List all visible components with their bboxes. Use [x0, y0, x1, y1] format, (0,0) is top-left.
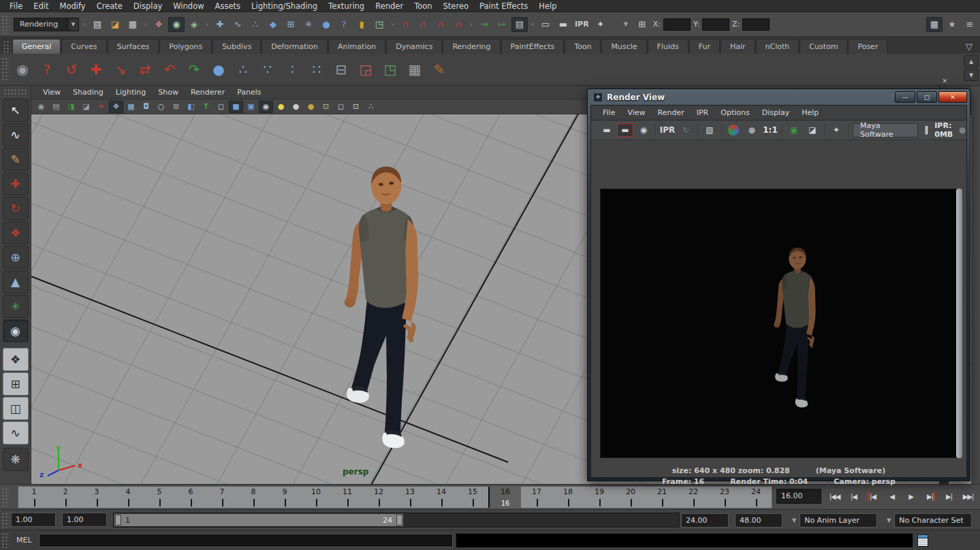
two-d-pan-zoom-icon[interactable]: ✛ [94, 101, 108, 113]
wrap-deformer-icon[interactable]: ◳ [379, 57, 402, 82]
anim-layer-selector[interactable]: No Anim Layer [800, 513, 877, 528]
playback-range-bar[interactable]: 1 24 [114, 514, 403, 526]
chevron-down-icon[interactable]: ▼ [789, 517, 800, 523]
image-plane-icon[interactable]: ◪ [79, 101, 93, 113]
status-line-grip[interactable] [1, 15, 10, 34]
menubar-item[interactable]: Paint Effects [474, 0, 533, 12]
frame-cell[interactable]: 4 [112, 487, 144, 508]
camera-track-icon[interactable]: ✚ [84, 57, 108, 82]
frame-cell[interactable]: 1 [18, 487, 50, 508]
shelf-tab[interactable]: Rendering [443, 39, 500, 54]
frame-cell[interactable]: 23 [709, 487, 740, 508]
output-connections-icon[interactable]: ↦ [494, 17, 510, 32]
frame-cell[interactable]: 8 [238, 487, 269, 508]
menubar-item[interactable]: Display [128, 0, 168, 12]
menubar-item[interactable]: Toon [409, 0, 437, 12]
render-view-titlebar[interactable]: ❖ Render View —▢✕ [590, 89, 967, 105]
shelf-grip[interactable] [3, 40, 11, 54]
paint-selection-tool[interactable]: ✎ [3, 148, 29, 171]
remove-image-icon[interactable]: ◪ [804, 123, 821, 137]
safe-title-icon[interactable]: T [199, 101, 213, 113]
menubar-item[interactable]: Assets [210, 0, 246, 12]
panel-menu-item[interactable]: View [37, 86, 67, 99]
camera-attributes-icon[interactable]: ▤ [49, 101, 63, 113]
pause-ipr-icon[interactable]: ‖ [922, 123, 930, 137]
redo-icon[interactable]: ↷ [183, 57, 206, 82]
flat-lighting-icon[interactable]: ● [289, 101, 303, 113]
group-collapser[interactable] [530, 20, 535, 28]
help-icon[interactable]: ? [35, 57, 59, 82]
snap-to-view-planes-icon[interactable]: ◆ [265, 17, 281, 32]
magnet-snap-scale-icon[interactable]: ∩ [432, 17, 449, 32]
shelf-tab[interactable]: Deformation [262, 39, 328, 54]
open-scene-icon[interactable]: ◪ [107, 17, 123, 32]
command-grip[interactable] [1, 532, 10, 548]
shelf-tab[interactable]: Custom [800, 39, 847, 54]
film-reel-icon[interactable]: ◉ [11, 57, 34, 82]
magnet-snap-points-icon[interactable]: ∩ [415, 17, 431, 32]
frame-cell[interactable]: 19 [584, 487, 615, 508]
shelf-tab[interactable]: Curves [61, 39, 106, 54]
shelf-tab[interactable]: Fluids [648, 39, 689, 54]
no-lighting-icon[interactable]: ● [304, 101, 318, 113]
group-collapser[interactable] [82, 20, 87, 28]
camera-tumble-icon[interactable]: ↺ [60, 57, 83, 82]
frame-cell[interactable]: 18 [552, 487, 584, 508]
tool-settings-icon[interactable]: ∗ [944, 17, 960, 32]
refresh-ipr-icon[interactable]: ↻ [678, 123, 694, 137]
move-tool[interactable]: ✚ [3, 172, 29, 195]
use-all-lights-icon[interactable]: ◉ [259, 101, 273, 113]
rigid-bind-icon[interactable]: ∵ [256, 57, 279, 82]
frame-cell[interactable]: 24 [740, 487, 772, 508]
render-view-menu-item[interactable]: IPR [691, 107, 715, 119]
universal-manipulator-tool[interactable]: ⊕ [3, 246, 29, 269]
playback-start-field[interactable]: 1.00 [62, 513, 107, 527]
textured-icon[interactable]: ▣ [244, 101, 258, 113]
ipr-render-icon[interactable]: IPR [659, 123, 676, 137]
select-by-object-icon[interactable]: ◉ [168, 17, 185, 32]
trash-icon[interactable]: ▽ [961, 39, 977, 54]
menu-set-selector[interactable]: Rendering ▼ [14, 18, 79, 31]
script-editor-icon[interactable] [917, 534, 928, 547]
shelf-tab[interactable]: General [12, 39, 61, 54]
render-region-icon[interactable]: ▧ [701, 123, 718, 137]
close-icon[interactable]: ✕ [942, 78, 947, 84]
group-collapser[interactable] [204, 20, 210, 28]
select-tool[interactable]: ↖ [3, 99, 29, 122]
x-input[interactable] [663, 18, 691, 31]
toolbox-grip[interactable] [3, 88, 28, 97]
menubar-item[interactable]: Stereo [438, 0, 474, 12]
y-input[interactable] [702, 18, 729, 31]
mel-input[interactable] [39, 534, 453, 547]
highlight-selection-mode-icon[interactable]: ◳ [371, 17, 388, 32]
frame-cell[interactable]: 20 [615, 487, 646, 508]
render-view-menu-item[interactable]: File [597, 107, 621, 119]
range-slider-track[interactable]: 1 24 [113, 513, 680, 528]
step-forward-frame-button[interactable]: ▶| [940, 489, 958, 504]
animation-start-field[interactable]: 1.00 [11, 513, 56, 527]
redo-previous-render-icon[interactable]: ▬ [617, 123, 633, 137]
real-size-icon[interactable]: 1:1 [762, 123, 778, 137]
shelf-tab[interactable]: Surfaces [108, 39, 159, 54]
snap-to-curves-icon[interactable]: ∿ [230, 17, 246, 32]
resolution-gate-icon[interactable]: ◘ [139, 101, 153, 113]
display-rgb-icon[interactable] [728, 125, 739, 135]
group-collapser[interactable] [143, 20, 148, 28]
chevron-down-icon[interactable]: ▼ [883, 517, 894, 523]
snap-help-icon[interactable]: ? [336, 17, 352, 32]
minimize-button[interactable]: — [895, 91, 915, 103]
play-backwards-button[interactable]: ◀ [883, 489, 901, 504]
shelf-tab[interactable]: nCloth [756, 39, 800, 54]
frame-cell[interactable]: 13 [394, 487, 426, 508]
delete-unused-icon[interactable]: ● [207, 57, 230, 82]
soft-select-icon[interactable]: ● [318, 17, 334, 32]
scale-tool[interactable]: ❖ [3, 221, 29, 244]
select-camera-icon[interactable]: ◉ [34, 101, 48, 113]
select-template-icon[interactable]: ◲ [354, 57, 377, 82]
default-lighting-icon[interactable]: ● [274, 101, 288, 113]
shelf-tab[interactable]: Poser [848, 39, 887, 54]
show-manipulator-tool[interactable]: ✳ [3, 295, 29, 318]
z-input[interactable] [742, 18, 770, 31]
snap-to-grids-icon[interactable]: ✚ [212, 17, 228, 32]
frame-cell[interactable]: 10 [300, 487, 332, 508]
